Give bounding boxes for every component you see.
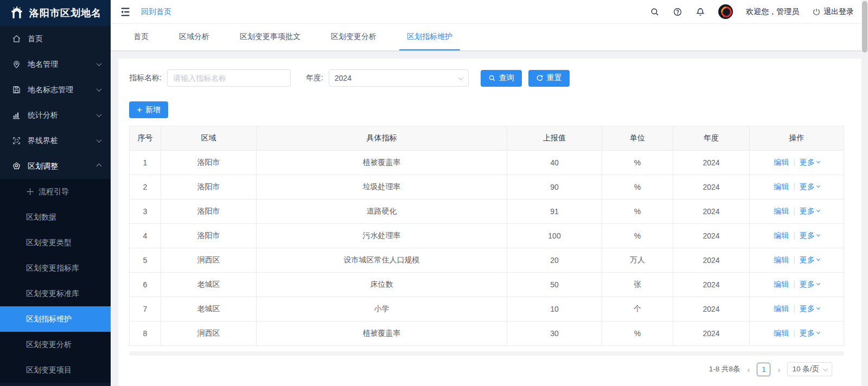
table-row: 6老城区床位数50张2024编辑|更多 — [130, 273, 844, 297]
table-cell: 91 — [507, 200, 602, 224]
frame-icon — [12, 136, 21, 145]
logout-button[interactable]: 退出登录 — [812, 7, 854, 17]
bell-icon[interactable] — [695, 7, 705, 17]
sidebar-subitem-change-project[interactable]: 区划变更项目 — [0, 357, 111, 383]
avatar[interactable] — [718, 4, 733, 19]
actions-cell: 编辑|更多 — [750, 248, 844, 273]
more-link[interactable]: 更多 — [800, 207, 820, 216]
sidebar-item-statistics[interactable]: 统计分析 — [0, 102, 111, 128]
col-unit: 单位 — [602, 126, 673, 151]
year-label: 年度: — [306, 73, 323, 83]
edit-link[interactable]: 编辑 — [774, 304, 789, 314]
edit-link[interactable]: 编辑 — [774, 329, 789, 338]
edit-link[interactable]: 编辑 — [774, 182, 789, 192]
more-link[interactable]: 更多 — [800, 329, 820, 338]
table-cell: 8 — [130, 321, 161, 346]
edit-link[interactable]: 编辑 — [774, 207, 789, 216]
edit-link[interactable]: 编辑 — [774, 231, 789, 241]
tab-change-analysis[interactable]: 区划变更分析 — [323, 24, 384, 50]
table-cell: 2024 — [673, 224, 750, 248]
sidebar-item-label: 界线界桩 — [28, 136, 91, 146]
actions-cell: 编辑|更多 — [750, 273, 844, 297]
action-separator: | — [793, 255, 795, 264]
vertical-scrollbar[interactable] — [861, 0, 868, 386]
tab-home[interactable]: 首页 — [126, 24, 156, 50]
tab-bar: 首页 区域分析 区划变更事项批文 区划变更分析 区划指标维护 — [111, 24, 868, 51]
tab-change-approval[interactable]: 区划变更事项批文 — [232, 24, 308, 50]
edit-link[interactable]: 编辑 — [774, 255, 789, 265]
content-area: 指标名称: 年度: 2024 查询 — [111, 51, 868, 386]
more-link[interactable]: 更多 — [800, 304, 820, 314]
search-button-label: 查询 — [499, 73, 514, 83]
sidebar-item-label: 区划调整 — [28, 162, 91, 171]
question-circle-icon[interactable] — [673, 7, 682, 17]
tab-indicator-maintain[interactable]: 区划指标维护 — [399, 24, 460, 50]
map-pin-icon — [12, 60, 21, 69]
chevron-down-icon — [816, 257, 820, 261]
edit-link[interactable]: 编辑 — [774, 280, 789, 290]
sidebar-subitem-label: 区划指标维护 — [26, 314, 72, 324]
table-cell: 30 — [507, 321, 602, 346]
actions-cell: 编辑|更多 — [750, 151, 844, 175]
table-cell: 100 — [507, 224, 602, 248]
more-link[interactable]: 更多 — [800, 255, 820, 265]
more-link[interactable]: 更多 — [800, 280, 820, 290]
sidebar-subitem-indicator-maintain[interactable]: 区划指标维护 — [0, 306, 111, 332]
year-select[interactable]: 2024 — [329, 69, 469, 87]
sidebar-subitem-label: 区划变更指标库 — [26, 263, 79, 273]
sidebar-menu: 首页 地名管理 地名标志管理 统计分析 — [0, 26, 111, 386]
sidebar-subitem-process-guide[interactable]: 流程引导 — [0, 179, 111, 204]
horizontal-scrollbar[interactable] — [129, 351, 844, 356]
add-button[interactable]: + 新增 — [129, 101, 168, 118]
actions-cell: 编辑|更多 — [750, 321, 844, 346]
menu-fold-icon[interactable] — [119, 6, 131, 18]
indicator-name-input[interactable] — [167, 69, 291, 87]
table-cell: 植被覆盖率 — [257, 321, 507, 346]
tab-region-analysis[interactable]: 区域分析 — [171, 24, 217, 50]
sidebar-item-home[interactable]: 首页 — [0, 26, 111, 52]
scrollbar-thumb[interactable] — [862, 1, 867, 53]
col-value: 上报值 — [507, 126, 602, 151]
move-icon — [26, 188, 34, 196]
action-separator: | — [793, 304, 795, 313]
sidebar-item-label: 统计分析 — [28, 111, 91, 120]
sidebar-subitem-standard-lib[interactable]: 区划变更标准库 — [0, 281, 111, 306]
sidebar-item-boundary[interactable]: 界线界桩 — [0, 128, 111, 153]
search-button[interactable]: 查询 — [481, 70, 522, 87]
table-cell: % — [602, 224, 673, 248]
table-cell: % — [602, 200, 673, 224]
actions-cell: 编辑|更多 — [750, 224, 844, 248]
filter-bar: 指标名称: 年度: 2024 查询 — [129, 69, 852, 87]
more-link[interactable]: 更多 — [800, 182, 820, 192]
sidebar-item-sign-mgmt[interactable]: 地名标志管理 — [0, 77, 111, 102]
table-row: 5涧西区设市城区常住人口规模20万人2024编辑|更多 — [130, 248, 844, 273]
search-icon[interactable] — [650, 7, 660, 17]
table-cell: 2024 — [673, 175, 750, 200]
back-home-link[interactable]: 回到首页 — [141, 7, 171, 17]
logout-label: 退出登录 — [824, 7, 854, 17]
edit-link[interactable]: 编辑 — [774, 158, 789, 168]
chevron-down-icon — [823, 366, 828, 371]
sidebar-item-zoning-adjust[interactable]: 区划调整 — [0, 153, 111, 179]
next-page-arrow[interactable]: › — [776, 365, 782, 374]
reset-button[interactable]: 重置 — [528, 70, 570, 87]
sidebar-subitem-zoning-data[interactable]: 区划数据 — [0, 204, 111, 230]
sidebar-subitem-change-type[interactable]: 区划变更类型 — [0, 230, 111, 255]
sidebar-subitem-indicator-lib[interactable]: 区划变更指标库 — [0, 255, 111, 281]
table-cell: 7 — [130, 297, 161, 321]
table-cell: 2024 — [673, 321, 750, 346]
page-number[interactable]: 1 — [757, 363, 770, 376]
more-link[interactable]: 更多 — [800, 231, 820, 241]
table-cell: 万人 — [602, 248, 673, 273]
table-cell: 植被覆盖率 — [257, 151, 507, 175]
sidebar-item-placename-mgmt[interactable]: 地名管理 — [0, 52, 111, 77]
sidebar-subitem-change-analysis[interactable]: 区划变更分析 — [0, 332, 111, 357]
page-size-select[interactable]: 10 条/页 — [787, 362, 832, 376]
welcome-text: 欢迎您，管理员 — [746, 7, 799, 17]
chevron-down-icon — [816, 330, 820, 334]
table-cell: 2024 — [673, 200, 750, 224]
reset-button-label: 重置 — [547, 73, 562, 83]
more-link[interactable]: 更多 — [800, 158, 820, 168]
table-cell: % — [602, 321, 673, 346]
prev-page-arrow[interactable]: ‹ — [745, 365, 751, 374]
